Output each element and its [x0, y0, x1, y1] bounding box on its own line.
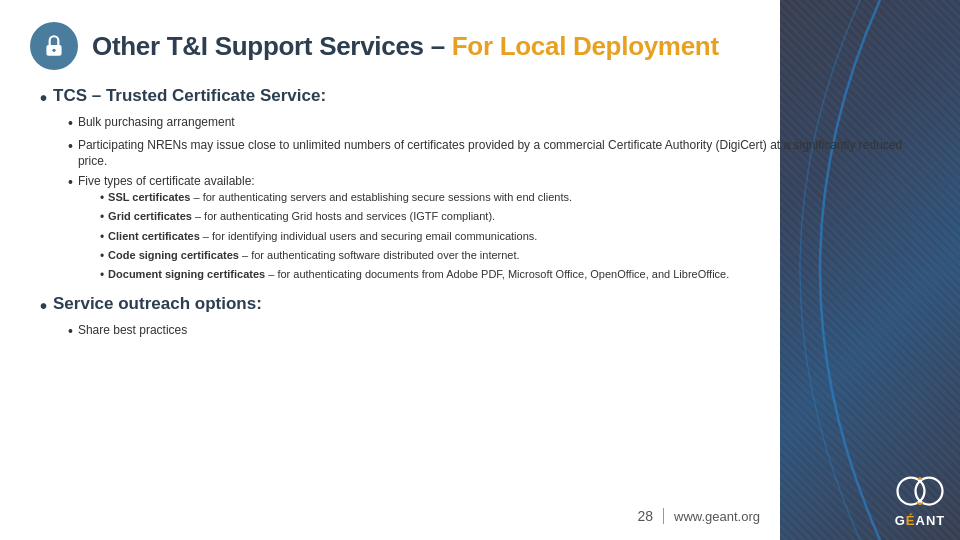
footer-divider	[663, 508, 664, 524]
section-outreach: • Service outreach options: • Share best…	[40, 294, 930, 342]
lock-icon	[41, 33, 67, 59]
tcs-item-3-text: Five types of certificate available: • S…	[78, 173, 930, 286]
svg-point-3	[916, 478, 943, 505]
bullet-l2-2: •	[68, 137, 73, 157]
cert-type-grid: • Grid certificates – for authenticating…	[100, 209, 930, 226]
bullet-l3-code: •	[100, 248, 104, 265]
outreach-subitems: • Share best practices	[40, 322, 930, 342]
geant-logo-svg	[890, 471, 950, 511]
tcs-subitems: • Bulk purchasing arrangement • Particip…	[40, 114, 930, 286]
cert-doc-text: Document signing certificates – for auth…	[108, 267, 930, 282]
header: Other T&I Support Services – For Local D…	[0, 0, 960, 80]
slide-title: Other T&I Support Services – For Local D…	[92, 31, 719, 62]
bullet-l2-3: •	[68, 173, 73, 193]
geant-logo: GÉANT	[890, 471, 950, 528]
bullet-l3-doc: •	[100, 267, 104, 284]
cert-type-client: • Client certificates – for identifying …	[100, 229, 930, 246]
title-part1: Other T&I Support Services	[92, 31, 431, 61]
cert-type-ssl: • SSL certificates – for authenticating …	[100, 190, 930, 207]
title-part2: For Local Deployment	[452, 31, 719, 61]
bullet-l1-tcs: •	[40, 86, 47, 110]
page-number: 28	[637, 508, 653, 524]
cert-type-doc: • Document signing certificates – for au…	[100, 267, 930, 284]
tcs-item-2-text: Participating NRENs may issue close to u…	[78, 137, 930, 171]
outreach-item-1-text: Share best practices	[78, 322, 930, 339]
footer-url: www.geant.org	[674, 509, 760, 524]
footer: 28 www.geant.org	[637, 508, 760, 524]
outreach-item-1: • Share best practices	[68, 322, 930, 342]
bullet-l3-client: •	[100, 229, 104, 246]
tcs-heading: • TCS – Trusted Certificate Service:	[40, 86, 930, 110]
cert-types-list: • SSL certificates – for authenticating …	[78, 190, 930, 284]
tcs-label: TCS – Trusted Certificate Service:	[53, 86, 326, 106]
svg-point-1	[52, 49, 55, 52]
geant-label: GÉANT	[895, 513, 946, 528]
cert-type-code: • Code signing certificates – for authen…	[100, 248, 930, 265]
bullet-l1-outreach: •	[40, 294, 47, 318]
cert-grid-text: Grid certificates – for authenticating G…	[108, 209, 930, 224]
tcs-item-2: • Participating NRENs may issue close to…	[68, 137, 930, 171]
lock-icon-wrapper	[30, 22, 78, 70]
tcs-item-3: • Five types of certificate available: •…	[68, 173, 930, 286]
bullet-l3-grid: •	[100, 209, 104, 226]
cert-client-text: Client certificates – for identifying in…	[108, 229, 930, 244]
tcs-item-1: • Bulk purchasing arrangement	[68, 114, 930, 134]
bullet-l3-ssl: •	[100, 190, 104, 207]
title-dash: –	[431, 31, 452, 61]
slide: Other T&I Support Services – For Local D…	[0, 0, 960, 540]
cert-code-text: Code signing certificates – for authenti…	[108, 248, 930, 263]
outreach-heading: • Service outreach options:	[40, 294, 930, 318]
tcs-item-1-text: Bulk purchasing arrangement	[78, 114, 930, 131]
cert-ssl-text: SSL certificates – for authenticating se…	[108, 190, 930, 205]
section-tcs: • TCS – Trusted Certificate Service: • B…	[40, 86, 930, 286]
bullet-l2-1: •	[68, 114, 73, 134]
bullet-l2-outreach-1: •	[68, 322, 73, 342]
outreach-label: Service outreach options:	[53, 294, 262, 314]
content-area: • TCS – Trusted Certificate Service: • B…	[0, 80, 960, 360]
